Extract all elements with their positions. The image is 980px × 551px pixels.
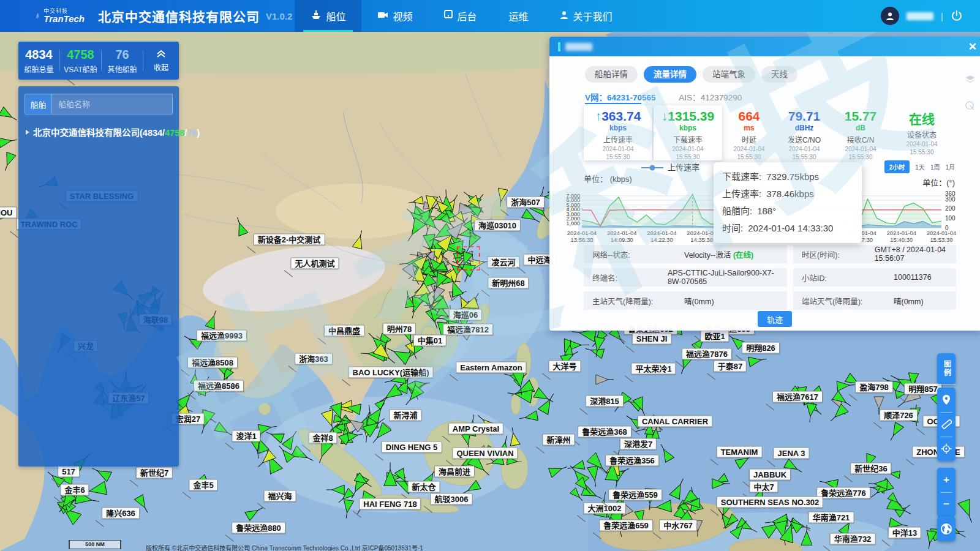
track-button[interactable]: 轨迹: [758, 311, 792, 327]
ship-label[interactable]: 鲁荣远渔368: [578, 426, 631, 438]
ship-label[interactable]: 新明州68: [488, 277, 529, 289]
ship-label[interactable]: 中昌鼎盛: [324, 325, 364, 337]
ship-label[interactable]: JABBUK: [749, 469, 791, 481]
ship-label[interactable]: 鲁荣远渔659: [599, 520, 653, 531]
ship-label[interactable]: 浙海507: [507, 197, 545, 208]
collapse-button[interactable]: 收起: [143, 50, 179, 72]
ship-label[interactable]: 新设备2-中交测试: [254, 234, 325, 246]
ship-label[interactable]: 大洋号: [548, 361, 581, 372]
ship-label[interactable]: 新浔浦: [389, 410, 421, 421]
ship-label[interactable]: HAI FENG 718: [359, 498, 421, 510]
ship-label[interactable]: 福远渔7617: [772, 391, 823, 403]
ship-label[interactable]: 海昌前进: [434, 466, 475, 478]
ship-label[interactable]: 鲁荣远渔880: [232, 522, 285, 534]
ship-label[interactable]: TEMANIM: [717, 446, 763, 458]
layers-icon[interactable]: [965, 75, 976, 84]
ship-label[interactable]: 金祥8: [308, 432, 337, 444]
tab-2[interactable]: 流量详情: [644, 66, 696, 83]
ship-label[interactable]: CANAL CARRIER: [638, 416, 712, 427]
ship-label[interactable]: 航驳3006: [431, 493, 473, 505]
basemap-button[interactable]: [937, 517, 956, 541]
monitor-icon: [444, 10, 453, 22]
globe-icon: [940, 522, 953, 536]
ship-label[interactable]: 517: [58, 466, 80, 478]
ship-label[interactable]: 中洋13: [888, 527, 921, 539]
ship-label[interactable]: JENA 3: [773, 448, 809, 459]
svg-text:15:53:30: 15:53:30: [930, 236, 953, 243]
satellite-dish-icon[interactable]: [965, 100, 976, 111]
ship-label[interactable]: 顺泽726: [880, 410, 918, 421]
tab-4[interactable]: 天线: [761, 66, 797, 83]
ship-label[interactable]: 盈海798: [855, 381, 893, 393]
nav-item-2[interactable]: 视频: [361, 0, 428, 32]
ship-label[interactable]: 金丰5: [189, 479, 217, 491]
ship-label[interactable]: 福远渔9993: [197, 330, 247, 342]
nav-item-3[interactable]: 后台: [428, 0, 492, 32]
svg-text:15:40:30: 15:40:30: [890, 236, 913, 243]
ship-label[interactable]: 新漳州: [542, 434, 575, 446]
ship-label[interactable]: 欧亚1: [700, 331, 729, 342]
ship-label[interactable]: 福远渔7876: [682, 348, 732, 360]
ship-label[interactable]: 中水767: [659, 520, 697, 531]
zoom-out-button[interactable]: −: [937, 492, 956, 517]
measure-button[interactable]: [937, 412, 956, 437]
ship-label[interactable]: 海巡06: [449, 309, 482, 321]
ship-label[interactable]: 新世纪36: [850, 463, 891, 474]
nav-item-4[interactable]: 运维: [492, 0, 544, 32]
tab-3[interactable]: 站端气象: [703, 66, 755, 83]
ais-id[interactable]: AIS：412379290: [679, 93, 742, 102]
ship-label[interactable]: 无人机测试: [290, 258, 339, 269]
ship-label[interactable]: 华南渔732: [830, 533, 876, 545]
ship-label[interactable]: 鲁荣远渔559: [608, 489, 662, 501]
ship-label[interactable]: 中集01: [413, 335, 447, 347]
zoom-in-button[interactable]: +: [937, 468, 956, 492]
locate-button[interactable]: [937, 388, 956, 412]
ship-label[interactable]: 凌云河: [487, 257, 519, 268]
nav-item-5[interactable]: 关于我们: [544, 0, 628, 32]
ship-label[interactable]: 鲁荣远渔356: [605, 455, 659, 467]
ship-label[interactable]: 明翔826: [742, 342, 780, 354]
ship-label[interactable]: 隆兴636: [102, 508, 140, 519]
company-tree-item[interactable]: 北京中交通信科技有限公司(4834/4758/76): [26, 126, 174, 138]
nav-item-1[interactable]: 船位: [295, 0, 361, 32]
ship-label[interactable]: 华南渔721: [809, 512, 854, 523]
ship-label[interactable]: SOUTHERN SEAS NO.302: [717, 497, 823, 508]
ship-label[interactable]: SHEN JI: [632, 333, 672, 345]
ship-label[interactable]: 福远渔8508: [187, 357, 238, 369]
legend-button[interactable]: 图例: [937, 353, 956, 384]
ship-label[interactable]: 新世纪7: [136, 467, 173, 479]
ship-label[interactable]: 浚洋1: [232, 430, 260, 442]
ship-label[interactable]: 福兴海: [263, 490, 296, 502]
logout-icon[interactable]: [951, 10, 963, 22]
ship-label[interactable]: 鲁荣远渔776: [816, 487, 870, 499]
close-icon[interactable]: ✕: [968, 42, 977, 52]
ship-filter-button[interactable]: 船舶: [24, 94, 51, 114]
logo[interactable]: 中交科技 TranTech: [36, 7, 85, 25]
ship-label[interactable]: BAO LUCKY(运输船): [349, 367, 434, 378]
ship-label[interactable]: 海巡03010: [474, 220, 521, 231]
ship-label[interactable]: 深港发7: [620, 438, 657, 450]
ship-label[interactable]: 于泰87: [714, 361, 747, 372]
ship-label[interactable]: 中太7: [749, 481, 778, 493]
target-button[interactable]: [937, 437, 956, 461]
nav-item-label: 船位: [326, 9, 345, 23]
ship-label[interactable]: 深港815: [586, 395, 624, 407]
ship-label[interactable]: 平太荣冷1: [631, 363, 676, 375]
ship-label[interactable]: 金丰6: [60, 484, 89, 496]
ship-label[interactable]: 新太仓: [407, 481, 440, 493]
ship-name-input[interactable]: [51, 94, 173, 114]
ship-label[interactable]: 明州78: [383, 323, 416, 335]
ship-label[interactable]: 浙海363: [295, 353, 333, 365]
ship-label[interactable]: QUEEN VIVIAN: [452, 448, 518, 459]
ship-label[interactable]: 福远渔7812: [443, 324, 493, 335]
ship-label[interactable]: AMP Crystal: [448, 423, 503, 435]
vnet-id[interactable]: V网：64231-70565: [585, 93, 656, 102]
tab-1[interactable]: 船舶详情: [585, 66, 638, 83]
ship-icon: [311, 10, 322, 22]
ship-label[interactable]: 福远渔8586: [194, 380, 244, 392]
ship-label[interactable]: 明翔857: [904, 383, 942, 395]
ship-label[interactable]: DING HENG 5: [382, 441, 442, 453]
ship-label[interactable]: Eastern Amazon: [456, 362, 526, 373]
ship-label[interactable]: HOU: [0, 207, 17, 219]
avatar[interactable]: [881, 7, 899, 25]
